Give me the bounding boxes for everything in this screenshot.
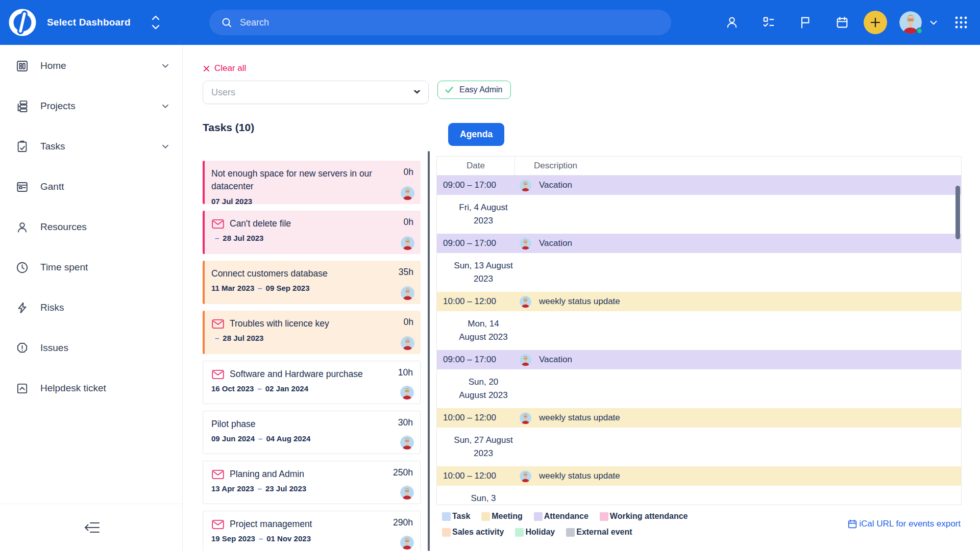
clear-all-button[interactable]: Clear all xyxy=(203,63,246,73)
legend-label: Task xyxy=(452,512,470,521)
pane-resizer[interactable] xyxy=(428,151,430,551)
event-description: Vacation xyxy=(539,355,572,365)
event-avatar xyxy=(520,180,531,191)
assignee-avatar[interactable] xyxy=(400,486,414,499)
agenda-table-header: Date Description xyxy=(437,157,961,176)
search-input[interactable] xyxy=(240,17,648,28)
agenda-event-row[interactable]: 10:00 – 12:00 weekly status update xyxy=(437,292,961,311)
task-dates: 13 Apr 2023 – 23 Jul 2023 xyxy=(211,484,413,493)
easy-admin-filter[interactable]: Easy Admin xyxy=(437,81,511,99)
clear-all-label: Clear all xyxy=(214,63,246,73)
checklist-icon[interactable] xyxy=(762,15,776,30)
event-avatar xyxy=(520,238,531,249)
sidebar-item-helpdesk-ticket[interactable]: Helpdesk ticket xyxy=(0,376,182,400)
envelope-icon xyxy=(211,318,225,330)
sidebar-item-resources[interactable]: Resources xyxy=(0,215,182,239)
event-avatar xyxy=(520,354,531,366)
task-card[interactable]: Planing and Admin 250h 13 Apr 2023 – 23 … xyxy=(203,461,421,504)
date-dash: – xyxy=(258,484,262,493)
sidebar-item-gantt[interactable]: Gantt xyxy=(0,174,182,199)
task-end-date: 04 Aug 2024 xyxy=(266,434,310,443)
task-end-date: 28 Jul 2023 xyxy=(223,234,263,242)
user-icon[interactable] xyxy=(725,15,739,30)
date-line-1: Fri, 4 August xyxy=(437,201,530,214)
task-hours: 30h xyxy=(398,417,413,428)
task-card[interactable]: Not enough space for new servers in our … xyxy=(203,161,421,204)
task-card[interactable]: Project management 290h 19 Sep 2023 – 01… xyxy=(203,511,421,551)
legend-item: External event xyxy=(566,528,632,537)
task-card[interactable]: Software and Hardware purchase 10h 16 Oc… xyxy=(203,361,421,404)
agenda-date-row: Sun, 20 August 2023 xyxy=(437,369,961,408)
legend-item: Working attendance xyxy=(600,512,688,521)
assignee-avatar[interactable] xyxy=(400,536,414,549)
task-end-date: 28 Jul 2023 xyxy=(223,334,263,342)
date-line-2: 2023 xyxy=(437,447,530,460)
add-button[interactable] xyxy=(864,11,887,34)
agenda-event-row[interactable]: 09:00 – 17:00 Vacation xyxy=(437,350,961,369)
agenda-event-row[interactable]: 10:00 – 12:00 weekly status update xyxy=(437,466,961,486)
date-line-1: Sun, 3 xyxy=(437,492,530,505)
grid-menu-icon[interactable] xyxy=(953,15,969,30)
assignee-avatar[interactable] xyxy=(401,286,414,300)
agenda-event-row[interactable]: 09:00 – 17:00 Vacation xyxy=(437,234,961,253)
chevron-down-icon[interactable] xyxy=(160,101,171,112)
assignee-avatar[interactable] xyxy=(401,336,414,350)
sidebar-divider xyxy=(0,504,182,504)
assignee-avatar[interactable] xyxy=(401,186,414,200)
app-logo[interactable] xyxy=(7,7,38,38)
sidebar-item-label: Gantt xyxy=(40,181,64,192)
agenda-event-row[interactable]: 09:00 – 17:00 Vacation xyxy=(437,176,961,195)
sidebar-item-projects[interactable]: Projects xyxy=(0,94,182,118)
sidebar-item-label: Resources xyxy=(40,221,87,233)
task-end-date: 23 Jul 2023 xyxy=(265,484,306,493)
assignee-avatar[interactable] xyxy=(401,236,414,250)
agenda-event-row[interactable]: 10:00 – 12:00 weekly status update xyxy=(437,408,961,428)
agenda-scrollbar[interactable] xyxy=(955,176,960,505)
sidebar-item-risks[interactable]: Risks xyxy=(0,295,182,320)
task-card[interactable]: Troubles with licence key 0h – 28 Jul 20… xyxy=(203,311,421,354)
legend-row: Sales activity Holiday External event xyxy=(442,528,688,537)
event-avatar xyxy=(520,470,531,482)
task-start-date: 16 Oct 2023 xyxy=(211,384,254,393)
task-start-date: 07 Jul 2023 xyxy=(211,197,252,206)
agenda-date-row: Sun, 13 August 2023 xyxy=(437,253,961,292)
risks-icon xyxy=(15,301,29,315)
task-card[interactable]: Can't delete file 0h – 28 Jul 2023 xyxy=(203,211,421,254)
ical-export-link[interactable]: iCal URL for events export xyxy=(847,518,961,530)
calendar-icon[interactable] xyxy=(835,15,849,30)
assignee-avatar[interactable] xyxy=(400,436,414,449)
sidebar-item-issues[interactable]: Issues xyxy=(0,336,182,360)
sidebar-item-home[interactable]: Home xyxy=(0,54,182,78)
chevron-down-icon[interactable] xyxy=(160,60,171,71)
issues-icon xyxy=(15,341,29,355)
collapse-sidebar-icon xyxy=(82,518,102,537)
chevron-down-icon[interactable] xyxy=(160,141,171,152)
task-title: Can't delete file xyxy=(230,217,291,230)
sidebar-item-time-spent[interactable]: Time spent xyxy=(0,255,182,280)
selector-chevrons-icon xyxy=(150,14,161,31)
envelope-icon xyxy=(211,519,225,530)
topbar-actions xyxy=(702,0,969,45)
search-bar[interactable] xyxy=(209,10,671,35)
users-filter-select[interactable]: Users xyxy=(203,81,429,104)
user-avatar[interactable] xyxy=(899,11,922,34)
agenda-tab[interactable]: Agenda xyxy=(448,123,504,146)
task-card[interactable]: Pilot phase 30h 09 Jun 2024 – 04 Aug 202… xyxy=(203,411,421,454)
task-end-date: 09 Sep 2023 xyxy=(266,284,310,292)
date-dash: – xyxy=(257,384,261,393)
task-card[interactable]: Connect customers database 35h 11 Mar 20… xyxy=(203,261,421,304)
event-description: weekly status update xyxy=(539,413,620,423)
helpdesk-icon xyxy=(15,382,29,395)
easy-admin-label: Easy Admin xyxy=(459,85,502,94)
agenda-date-row: Sun, 27 August 2023 xyxy=(437,428,961,466)
time-icon xyxy=(15,261,29,274)
dashboard-selector[interactable]: Select Dashboard xyxy=(47,0,161,45)
projects-icon xyxy=(15,99,29,113)
sidebar-item-tasks[interactable]: Tasks xyxy=(0,134,182,159)
assignee-avatar[interactable] xyxy=(400,386,414,399)
chevron-down-icon[interactable] xyxy=(928,17,939,28)
agenda-legend: Task Meeting Attendance Working attendan… xyxy=(442,512,688,537)
agenda-scrollbar-thumb[interactable] xyxy=(955,186,960,239)
flag-icon[interactable] xyxy=(798,15,813,30)
collapse-sidebar-button[interactable] xyxy=(82,518,102,537)
